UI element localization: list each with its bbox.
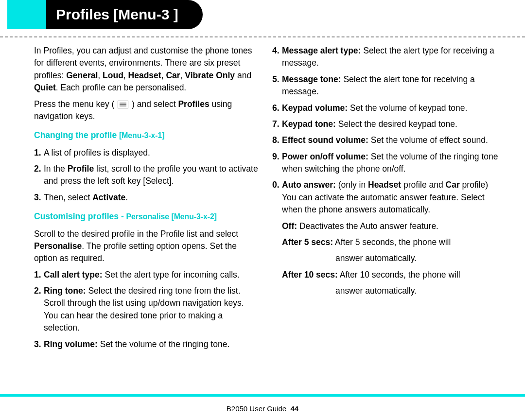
text: (only in bbox=[336, 180, 368, 190]
page-footer: B2050 User Guide 44 bbox=[0, 404, 525, 413]
label: Call alert type: bbox=[44, 270, 103, 280]
list-item: 5.Message tone: Select the alert tone fo… bbox=[272, 73, 498, 98]
bold: Profile bbox=[68, 164, 94, 174]
header-divider bbox=[0, 36, 525, 37]
list-item: 3.Ring volume: Set the volume of the rin… bbox=[34, 338, 260, 350]
list-item: 1.Call alert type: Set the alert type fo… bbox=[34, 269, 260, 281]
content-area: In Profiles, you can adjust and customis… bbox=[0, 45, 525, 354]
list-number: 2. bbox=[34, 163, 41, 175]
list-number: 4. bbox=[272, 45, 280, 57]
list-item: 2.In the Profile list, scroll to the pro… bbox=[34, 163, 260, 188]
bold: Headset bbox=[368, 180, 401, 190]
text: Deactivates the Auto answer feature. bbox=[297, 221, 438, 231]
page-title: Profiles [Menu-3 ] bbox=[46, 0, 203, 29]
list-number: 3. bbox=[34, 338, 41, 350]
label: After 10 secs: bbox=[282, 270, 338, 280]
section-heading-changing: Changing the profile [Menu-3-x-1] bbox=[34, 129, 260, 141]
list-item: 8.Effect sound volume: Set the volume of… bbox=[272, 134, 498, 146]
sub-item-after5-cont: answer automatically. bbox=[272, 252, 498, 264]
heading-text: Customising profiles - bbox=[34, 211, 126, 221]
preset-quiet: Quiet bbox=[34, 83, 56, 92]
text: In the bbox=[44, 164, 68, 174]
list-number: 9. bbox=[272, 151, 280, 163]
bold: Car bbox=[446, 180, 460, 190]
preset-vibrate: Vibrate Only bbox=[185, 70, 235, 80]
text: Set the volume of keypad tone. bbox=[348, 103, 467, 113]
label: Auto answer: bbox=[282, 180, 336, 190]
text: After 5 seconds, the phone will bbox=[333, 237, 451, 247]
list-number: 1. bbox=[34, 269, 41, 281]
intro-paragraph-1: In Profiles, you can adjust and customis… bbox=[34, 45, 260, 94]
label: Ring volume: bbox=[44, 339, 98, 349]
list-item: 6.Keypad volume: Set the volume of keypa… bbox=[272, 102, 498, 114]
bold: Personalise bbox=[34, 241, 82, 251]
list-item: 1.A list of profiles is displayed. bbox=[34, 147, 260, 159]
list-number: 3. bbox=[34, 192, 41, 204]
profiles-bold: Profiles bbox=[178, 99, 209, 109]
list-item: 7.Keypad tone: Select the desired keypad… bbox=[272, 118, 498, 130]
heading-sub: Personalise bbox=[126, 212, 172, 221]
list-number: 2. bbox=[34, 285, 41, 297]
section-heading-customising: Customising profiles - Personalise [Menu… bbox=[34, 210, 260, 223]
label: After 5 secs: bbox=[282, 237, 333, 247]
list-number: 1. bbox=[34, 147, 41, 159]
sub-item-after10-cont: answer automatically. bbox=[272, 285, 498, 297]
list-item: 9.Power on/off volume: Set the volume of… bbox=[272, 151, 498, 175]
preset-car: Car bbox=[166, 70, 180, 80]
intro-paragraph-2: Press the menu key ( ) and select Profil… bbox=[34, 98, 260, 123]
text: Scroll to the desired profile in the Pro… bbox=[34, 229, 238, 239]
guide-name: B2050 User Guide bbox=[227, 404, 286, 413]
heading-text: Changing the profile bbox=[34, 130, 119, 140]
text: Set the volume of the ringing tone. bbox=[98, 339, 229, 349]
column-left: In Profiles, you can adjust and customis… bbox=[34, 45, 272, 354]
list-number: 8. bbox=[272, 134, 280, 146]
text: After 10 seconds, the phone will bbox=[338, 270, 460, 280]
label: Effect sound volume: bbox=[282, 135, 368, 145]
heading-code: [Menu-3-x-1] bbox=[119, 131, 165, 140]
list-number: 5. bbox=[272, 73, 280, 86]
text: Then, select bbox=[44, 192, 92, 202]
text: Set the volume of effect sound. bbox=[368, 135, 488, 145]
list-number: 6. bbox=[272, 102, 280, 114]
preset-loud: Loud bbox=[103, 70, 123, 80]
column-right: 4.Message alert type: Select the alert t… bbox=[272, 45, 510, 354]
section2-intro: Scroll to the desired profile in the Pro… bbox=[34, 228, 260, 265]
bold: Activate bbox=[92, 192, 125, 202]
preset-headset: Headset bbox=[128, 70, 161, 80]
label: Off: bbox=[282, 221, 297, 231]
menu-key-icon bbox=[118, 101, 128, 108]
text: Select the desired keypad tone. bbox=[336, 119, 457, 129]
list-number: 0. bbox=[272, 179, 280, 191]
label: Power on/off volume: bbox=[282, 152, 368, 161]
page-header: Profiles [Menu-3 ] bbox=[0, 0, 525, 29]
page-number: 44 bbox=[291, 404, 299, 413]
label: Ring tone: bbox=[44, 286, 86, 296]
text: Set the alert type for incoming calls. bbox=[103, 270, 240, 280]
heading-code: [Menu-3-x-2] bbox=[171, 212, 217, 221]
label: Message tone: bbox=[282, 74, 341, 84]
header-accent bbox=[7, 0, 46, 29]
list-item: 3.Then, select Activate. bbox=[34, 192, 260, 204]
sub-item-after10: After 10 secs: After 10 seconds, the pho… bbox=[272, 269, 498, 281]
list-item: 2.Ring tone: Select the desired ring ton… bbox=[34, 285, 260, 334]
label: Message alert type: bbox=[282, 46, 361, 55]
text: Press the menu key ( bbox=[34, 99, 114, 109]
label: Keypad tone: bbox=[282, 119, 336, 129]
sub-item-off: Off: Deactivates the Auto answer feature… bbox=[272, 220, 498, 232]
label: Keypad volume: bbox=[282, 103, 348, 113]
text: A list of profiles is displayed. bbox=[44, 148, 150, 158]
list-number: 7. bbox=[272, 118, 280, 130]
sub-item-after5: After 5 secs: After 5 seconds, the phone… bbox=[272, 236, 498, 248]
list-item: 4.Message alert type: Select the alert t… bbox=[272, 45, 498, 70]
text: ) and select bbox=[132, 99, 178, 109]
footer-stripe bbox=[0, 394, 525, 397]
text: . Each profile can be personalised. bbox=[56, 83, 187, 92]
text: . bbox=[125, 192, 128, 202]
preset-general: General bbox=[66, 70, 98, 80]
text: profile and bbox=[401, 180, 445, 190]
list-item: 0.Auto answer: (only in Headset profile … bbox=[272, 179, 498, 216]
